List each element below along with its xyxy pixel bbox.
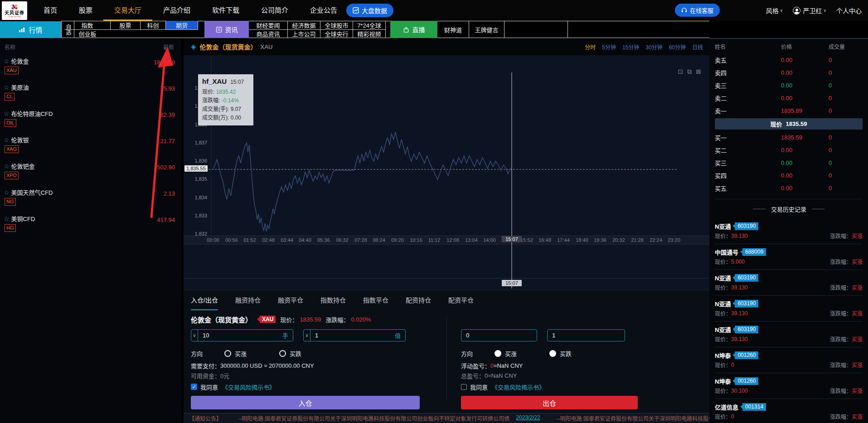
leverage-input[interactable] xyxy=(310,332,395,339)
close-risk-agreement-link[interactable]: 《交易风险揭示书》 xyxy=(492,383,545,391)
history-price-value: 0 xyxy=(731,413,734,420)
nav-item-0[interactable]: 首页 xyxy=(33,0,68,21)
market-tab-科创[interactable]: 科创 xyxy=(141,21,166,29)
ob-level-volume: 0 xyxy=(829,172,863,179)
nav-item-6[interactable]: 企业公告 xyxy=(299,0,348,21)
risk-agreement-link[interactable]: 《交易风险揭示书》 xyxy=(222,383,275,391)
close-buy-up-radio[interactable]: 买涨 xyxy=(495,349,517,358)
style-menu[interactable]: 风格 ∨ xyxy=(766,6,783,15)
watchlist-item-OIL[interactable]: ☆布伦特原油CFDOIL82.39 xyxy=(0,106,181,133)
ask-row-3[interactable]: 卖二0.000 xyxy=(715,91,863,104)
buy-down-radio[interactable]: 买跌 xyxy=(279,349,301,358)
quotes-button[interactable]: 行情 xyxy=(0,21,61,38)
watchlist-item-NG[interactable]: ☆美国天然气CFDNG2.13 xyxy=(0,185,181,212)
favorite-star-icon[interactable]: ☆ xyxy=(4,163,10,170)
watchlist-item-XPD[interactable]: ☆伦敦钯金XPD1502.90 xyxy=(0,159,181,185)
lots-input[interactable] xyxy=(198,332,282,339)
news-tab-2[interactable]: 全球股市 xyxy=(320,21,353,29)
nav-item-1[interactable]: 股票 xyxy=(68,0,103,21)
news-tab-3[interactable]: 7*24全球 xyxy=(353,21,386,29)
open-position-button[interactable]: 入仓 xyxy=(191,396,420,409)
lots-dropdown-chevron-icon[interactable]: ∨ xyxy=(191,330,198,341)
history-row-1[interactable]: 中国通号688009现价：5.000涨跌幅：买涨 xyxy=(715,244,863,270)
nav-item-5[interactable]: 公司简介 xyxy=(250,0,299,21)
maximize-icon[interactable]: ⊡ xyxy=(678,68,684,76)
close-leverage-input[interactable] xyxy=(548,332,625,339)
favorite-star-icon[interactable]: ☆ xyxy=(4,84,10,91)
news-button[interactable]: 资讯 xyxy=(204,21,249,38)
trade-tab-2[interactable]: 融资平仓 xyxy=(278,290,303,310)
trade-tab-4[interactable]: 指数平仓 xyxy=(363,290,388,310)
market-data-button[interactable]: 大盘数据 xyxy=(346,4,393,17)
trade-tab-3[interactable]: 指数持仓 xyxy=(320,290,346,310)
close-lots-input[interactable] xyxy=(461,332,537,339)
trade-tab-0[interactable]: 入仓/出仓 xyxy=(191,290,218,310)
nav-item-3[interactable]: 产品介绍 xyxy=(152,0,201,21)
personal-center-link[interactable]: 个人中心 xyxy=(836,6,862,15)
watchlist-item-XAU[interactable]: ☆伦敦金XAU1835.59 xyxy=(0,54,181,80)
bid-row-4[interactable]: 买五0.000 xyxy=(715,182,863,194)
nav-item-2[interactable]: 交易大厅 xyxy=(103,0,152,21)
extra-tab-王牌健言[interactable]: 王牌健言 xyxy=(469,21,504,38)
history-row-6[interactable]: N坤泰001260现价：30.100涨跌幅：买涨 xyxy=(715,373,863,399)
favorite-star-icon[interactable]: ☆ xyxy=(4,58,10,65)
favorite-star-icon[interactable]: ☆ xyxy=(4,189,10,196)
history-row-7[interactable]: 亿道信息001314现价：0涨跌幅：买涨 xyxy=(715,399,863,423)
news-tab-row2-1[interactable]: 上市公司 xyxy=(288,29,320,38)
watchlist-item-XAG[interactable]: ☆伦敦银XAG21.77 xyxy=(0,133,181,159)
trade-tab-1[interactable]: 融资持仓 xyxy=(235,290,261,310)
bid-row-3[interactable]: 买四0.000 xyxy=(715,169,863,182)
ask-row-2[interactable]: 卖三0.000 xyxy=(715,79,863,91)
extra-tab-财神道[interactable]: 财神道 xyxy=(437,21,469,38)
restore-icon[interactable]: ⧉ xyxy=(687,68,692,76)
agreement-checkbox-checked[interactable]: ✓ xyxy=(191,384,197,390)
history-row-5[interactable]: N坤泰001260现价：0涨跌幅：买涨 xyxy=(715,347,863,373)
watchlist-item-CL[interactable]: ☆美原油CL75.93 xyxy=(0,80,181,106)
ask-row-1[interactable]: 卖四0.000 xyxy=(715,66,863,79)
timeframe-日线[interactable]: 日线 xyxy=(692,43,703,51)
market-tab-股票[interactable]: 股票 xyxy=(111,21,141,29)
ask-row-4[interactable]: 卖一1835.890 xyxy=(715,104,863,117)
ask-row-0[interactable]: 卖五0.000 xyxy=(715,53,863,66)
history-row-3[interactable]: N亚通603190现价：39.130涨跌幅：买涨 xyxy=(715,296,863,322)
chart-pane[interactable]: ⊡ ⧉ ⊠ 1,8401,8391,8381,8371,8361,8351,83… xyxy=(184,55,709,290)
news-tab-0[interactable]: 财经要闻 xyxy=(249,21,288,29)
timeframe-分时[interactable]: 分时 xyxy=(585,43,596,51)
bid-row-0[interactable]: 买一1835.590 xyxy=(715,131,863,144)
buy-up-radio[interactable]: 买涨 xyxy=(224,349,247,358)
close-buy-down-radio[interactable]: 买跌 xyxy=(549,349,572,358)
close-icon[interactable]: ⊠ xyxy=(696,68,701,76)
online-service-button[interactable]: 在线客服 xyxy=(675,4,720,17)
favorite-star-icon[interactable]: ☆ xyxy=(4,136,10,144)
favorite-star-icon[interactable]: ☆ xyxy=(4,110,10,117)
timeframe-5分钟[interactable]: 5分钟 xyxy=(602,43,616,51)
bid-row-2[interactable]: 买三0.000 xyxy=(715,156,863,169)
history-row-2[interactable]: N亚通603190现价：39.130涨跌幅：买涨 xyxy=(715,270,863,296)
leverage-dropdown-chevron-icon[interactable]: ∨ xyxy=(304,330,310,341)
news-tab-row2-3[interactable]: 精彩视频 xyxy=(353,29,386,38)
timeframe-60分钟[interactable]: 60分钟 xyxy=(669,43,686,51)
nav-item-4[interactable]: 软件下载 xyxy=(201,0,250,21)
news-tab-1[interactable]: 经济数据 xyxy=(288,21,320,29)
favorite-star-icon[interactable]: ☆ xyxy=(4,215,10,222)
timeframe-30分钟[interactable]: 30分钟 xyxy=(645,43,662,51)
market-tab-chinext[interactable]: 创业板 xyxy=(64,29,111,38)
trade-tab-6[interactable]: 配资平仓 xyxy=(448,290,474,310)
trade-tab-5[interactable]: 配资持仓 xyxy=(406,290,431,310)
ticker-date[interactable]: 2023/2/22 xyxy=(516,414,540,422)
market-tab-期货[interactable]: 期货 xyxy=(166,21,198,29)
timeframe-15分钟[interactable]: 15分钟 xyxy=(622,43,639,51)
live-button[interactable]: 直播 xyxy=(390,21,437,38)
news-tab-row2-2[interactable]: 全球央行 xyxy=(320,29,353,38)
news-tab-row2-0[interactable]: 商品资讯 xyxy=(249,29,288,38)
radio-icon xyxy=(224,350,231,357)
announcement-ticker[interactable]: 【通知公告】 --明阳电路:国泰君安证券股份有限公司关于深圳明阳电路科技股份有限… xyxy=(184,413,709,423)
user-menu[interactable]: 严卫红 ∨ xyxy=(793,6,826,15)
watchlist-item-HG[interactable]: ☆美铜CFDHG417.94 xyxy=(0,212,181,238)
close-agreement-checkbox-unchecked[interactable] xyxy=(461,384,467,390)
close-position-button[interactable]: 出仓 xyxy=(461,396,638,409)
bid-row-1[interactable]: 买二0.000 xyxy=(715,144,863,156)
history-row-4[interactable]: N亚通603190现价：39.130涨跌幅：买涨 xyxy=(715,322,863,347)
history-row-0[interactable]: N亚通603190现价：39.130涨跌幅：买涨 xyxy=(715,218,863,244)
market-tab-指数[interactable]: 指数 xyxy=(64,21,111,29)
